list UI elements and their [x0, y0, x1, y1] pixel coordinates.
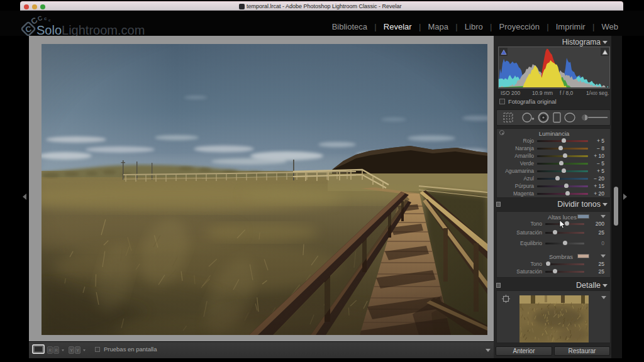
svg-text:c: c: [44, 16, 47, 21]
